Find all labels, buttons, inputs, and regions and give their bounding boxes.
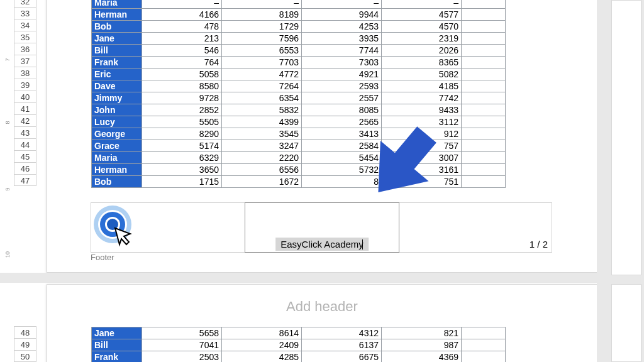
value-cell[interactable]: 4166 (142, 9, 222, 21)
value-cell[interactable]: 213 (142, 33, 222, 45)
value-cell[interactable]: 3935 (302, 33, 382, 45)
value-cell[interactable]: 6556 (222, 164, 302, 176)
table-row[interactable]: Herman3650655657323161 (92, 164, 506, 176)
value-cell[interactable]: 9433 (382, 104, 462, 116)
blank-cell[interactable] (462, 116, 506, 128)
blank-cell[interactable] (462, 152, 506, 164)
row-headers-page2[interactable]: 484950 (14, 326, 36, 362)
value-cell[interactable]: 3247 (222, 140, 302, 152)
blank-cell[interactable] (462, 140, 506, 152)
footer-left-segment[interactable] (91, 203, 245, 252)
table-row[interactable]: Frank764770373038365 (92, 57, 506, 69)
value-cell[interactable]: 4285 (222, 351, 302, 363)
value-cell[interactable]: 4921 (302, 69, 382, 80)
name-cell[interactable]: Maria (92, 0, 142, 9)
name-cell[interactable]: Maria (92, 152, 142, 164)
value-cell[interactable]: 912 (382, 128, 462, 140)
value-cell[interactable]: 1715 (142, 176, 222, 188)
value-cell[interactable]: – (382, 0, 462, 9)
value-cell[interactable]: 7041 (142, 339, 222, 351)
value-cell[interactable]: 3545 (222, 128, 302, 140)
blank-cell[interactable] (462, 21, 506, 33)
blank-cell[interactable] (462, 104, 506, 116)
value-cell[interactable]: 3161 (382, 164, 462, 176)
table-row[interactable]: Jane213759639352319 (92, 33, 506, 45)
value-cell[interactable]: 2584 (302, 140, 382, 152)
table-row[interactable]: Lucy5505439925653112 (92, 116, 506, 128)
add-header-prompt[interactable]: Add header (47, 299, 597, 315)
row-header[interactable]: 44 (14, 138, 36, 150)
value-cell[interactable]: 8614 (222, 327, 302, 339)
row-header[interactable]: 40 (14, 90, 36, 102)
blank-cell[interactable] (462, 80, 506, 92)
row-header[interactable]: 41 (14, 102, 36, 114)
value-cell[interactable]: 4185 (382, 80, 462, 92)
row-header[interactable]: 47 (14, 174, 36, 186)
row-header[interactable]: 33 (14, 7, 36, 19)
value-cell[interactable]: 8 (302, 176, 382, 188)
value-cell[interactable]: 2220 (222, 152, 302, 164)
footer-right-segment[interactable]: 1 / 2 (399, 203, 552, 252)
value-cell[interactable]: 7703 (222, 57, 302, 69)
table-row[interactable]: Maria6329222054543007 (92, 152, 506, 164)
name-cell[interactable]: Lucy (92, 116, 142, 128)
value-cell[interactable]: 4312 (302, 327, 382, 339)
name-cell[interactable]: George (92, 128, 142, 140)
value-cell[interactable]: 5732 (302, 164, 382, 176)
value-cell[interactable]: 5454 (302, 152, 382, 164)
value-cell[interactable]: 478 (142, 21, 222, 33)
value-cell[interactable]: 2026 (382, 45, 462, 57)
value-cell[interactable]: 8365 (382, 57, 462, 69)
value-cell[interactable]: 4369 (382, 351, 462, 363)
row-header[interactable]: 39 (14, 79, 36, 90)
name-cell[interactable]: Bill (92, 339, 142, 351)
table-row[interactable]: John2852583280859433 (92, 104, 506, 116)
table-row[interactable]: Grace517432472584757 (92, 140, 506, 152)
value-cell[interactable]: 2557 (302, 92, 382, 104)
value-cell[interactable]: 2852 (142, 104, 222, 116)
row-header[interactable]: 32 (14, 0, 36, 7)
value-cell[interactable]: 757 (382, 140, 462, 152)
value-cell[interactable]: 9728 (142, 92, 222, 104)
value-cell[interactable]: – (302, 0, 382, 9)
value-cell[interactable]: 7303 (302, 57, 382, 69)
blank-cell[interactable] (462, 69, 506, 80)
value-cell[interactable]: 3007 (382, 152, 462, 164)
value-cell[interactable]: 5832 (222, 104, 302, 116)
value-cell[interactable]: 5658 (142, 327, 222, 339)
data-table-page1[interactable]: Maria––––Herman4166818999444577Bob478172… (91, 0, 506, 188)
row-header[interactable]: 48 (14, 326, 36, 338)
value-cell[interactable]: 2409 (222, 339, 302, 351)
value-cell[interactable]: 4570 (382, 21, 462, 33)
blank-cell[interactable] (462, 176, 506, 188)
name-cell[interactable]: Bob (92, 176, 142, 188)
name-cell[interactable]: Jane (92, 33, 142, 45)
value-cell[interactable]: 6354 (222, 92, 302, 104)
value-cell[interactable]: 546 (142, 45, 222, 57)
name-cell[interactable]: Bill (92, 45, 142, 57)
value-cell[interactable]: 8189 (222, 9, 302, 21)
name-cell[interactable]: Frank (92, 351, 142, 363)
name-cell[interactable]: Jimmy (92, 92, 142, 104)
value-cell[interactable]: 4253 (302, 21, 382, 33)
value-cell[interactable]: 6553 (222, 45, 302, 57)
value-cell[interactable]: 5082 (382, 69, 462, 80)
value-cell[interactable]: 4577 (382, 9, 462, 21)
row-header[interactable]: 35 (14, 31, 36, 43)
row-header[interactable]: 46 (14, 162, 36, 174)
value-cell[interactable]: 7264 (222, 80, 302, 92)
blank-cell[interactable] (462, 45, 506, 57)
value-cell[interactable]: 3413 (302, 128, 382, 140)
row-header[interactable]: 50 (14, 350, 36, 362)
value-cell[interactable]: 1729 (222, 21, 302, 33)
value-cell[interactable]: 4772 (222, 69, 302, 80)
value-cell[interactable]: 9944 (302, 9, 382, 21)
footer-center-segment[interactable]: EasyClick Academy (245, 202, 399, 253)
name-cell[interactable]: Eric (92, 69, 142, 80)
blank-cell[interactable] (462, 33, 506, 45)
value-cell[interactable]: 6329 (142, 152, 222, 164)
value-cell[interactable]: 5505 (142, 116, 222, 128)
value-cell[interactable]: 3650 (142, 164, 222, 176)
table-row[interactable]: Herman4166818999444577 (92, 9, 506, 21)
table-row[interactable]: Eric5058477249215082 (92, 69, 506, 80)
